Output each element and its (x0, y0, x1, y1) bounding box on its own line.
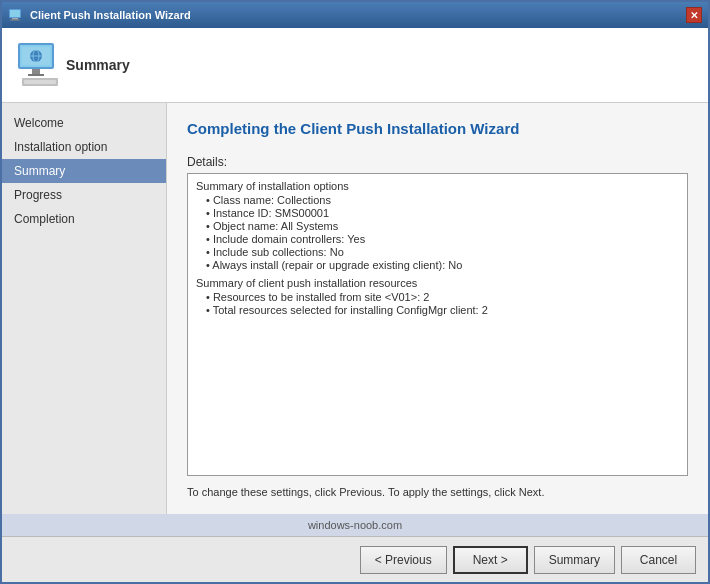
wizard-header-title: Summary (66, 57, 130, 73)
svg-rect-1 (10, 10, 20, 17)
details-box: Summary of installation options Class na… (187, 173, 688, 477)
window-icon (8, 7, 24, 23)
sidebar-item-installation-option[interactable]: Installation option (2, 135, 166, 159)
next-button[interactable]: Next > (453, 546, 528, 574)
sidebar-item-welcome[interactable]: Welcome (2, 111, 166, 135)
content-area: Completing the Client Push Installation … (167, 103, 708, 514)
watermark: windows-noob.com (2, 514, 708, 536)
svg-rect-6 (32, 69, 40, 74)
summary-button[interactable]: Summary (534, 546, 615, 574)
summary-list1: Class name: Collections Instance ID: SMS… (196, 194, 679, 271)
previous-button[interactable]: < Previous (360, 546, 447, 574)
list-item: Include domain controllers: Yes (206, 233, 679, 245)
list-item: Total resources selected for installing … (206, 304, 679, 316)
list-item: Class name: Collections (206, 194, 679, 206)
sidebar-item-summary[interactable]: Summary (2, 159, 166, 183)
button-bar: < Previous Next > Summary Cancel (2, 536, 708, 582)
list-item: Object name: All Systems (206, 220, 679, 232)
svg-rect-9 (24, 80, 56, 84)
wizard-body: Welcome Installation option Summary Prog… (2, 103, 708, 514)
summary-section1: Summary of installation options (196, 180, 679, 192)
header-computer-icon (14, 39, 66, 91)
sidebar-item-progress[interactable]: Progress (2, 183, 166, 207)
list-item: Include sub collections: No (206, 246, 679, 258)
list-item: Resources to be installed from site <V01… (206, 291, 679, 303)
close-button[interactable]: ✕ (686, 7, 702, 23)
sidebar: Welcome Installation option Summary Prog… (2, 103, 167, 514)
details-label: Details: (187, 155, 688, 169)
list-item: Instance ID: SMS00001 (206, 207, 679, 219)
title-bar-left: Client Push Installation Wizard (8, 7, 191, 23)
svg-rect-7 (28, 74, 44, 76)
wizard-header: Summary (2, 28, 708, 103)
wizard-window: Client Push Installation Wizard ✕ Summar… (0, 0, 710, 584)
content-title: Completing the Client Push Installation … (187, 119, 688, 139)
title-bar: Client Push Installation Wizard ✕ (2, 2, 708, 28)
sidebar-item-completion[interactable]: Completion (2, 207, 166, 231)
list-item: Always install (repair or upgrade existi… (206, 259, 679, 271)
svg-rect-3 (10, 20, 20, 21)
summary-section2: Summary of client push installation reso… (196, 277, 679, 289)
window-title: Client Push Installation Wizard (30, 9, 191, 21)
svg-rect-2 (12, 18, 18, 20)
summary-list2: Resources to be installed from site <V01… (196, 291, 679, 316)
cancel-button[interactable]: Cancel (621, 546, 696, 574)
footer-note: To change these settings, click Previous… (187, 486, 688, 498)
